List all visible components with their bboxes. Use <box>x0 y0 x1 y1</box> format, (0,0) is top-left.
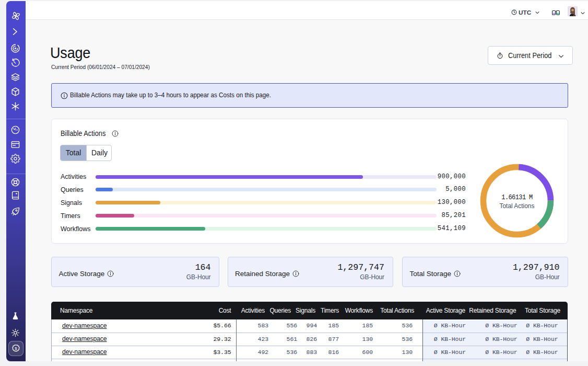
svg-text:$: $ <box>15 346 17 351</box>
